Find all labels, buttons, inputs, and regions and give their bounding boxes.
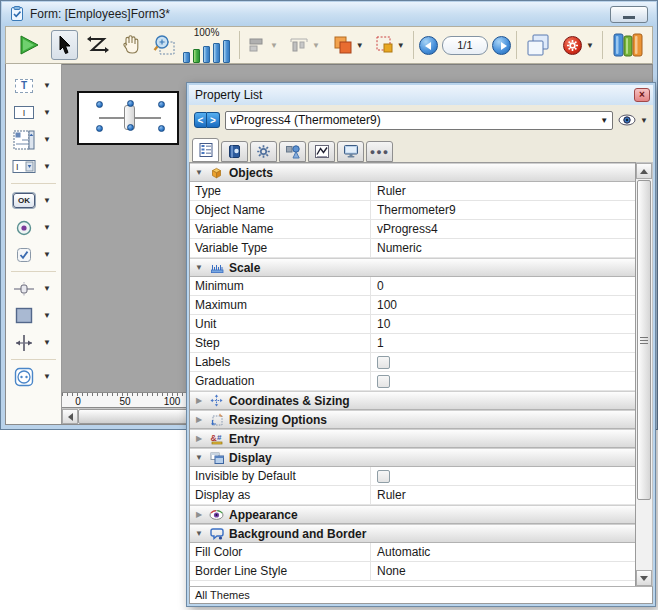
row-border-line-style[interactable]: Border Line Style None [190, 562, 635, 581]
sidebar-tool-text[interactable]: T ▼ [6, 72, 61, 99]
dropdown-caret-icon[interactable]: ▼ [43, 81, 51, 90]
next-page-button[interactable] [492, 36, 511, 55]
invisible-by-default-checkbox[interactable] [377, 470, 390, 483]
explorer-books-button[interactable] [608, 30, 648, 60]
labels-checkbox[interactable] [377, 356, 390, 369]
badge-gear-button[interactable]: ▼ [560, 30, 597, 60]
selection-handle[interactable] [158, 101, 165, 108]
cascade-windows-button[interactable] [522, 30, 554, 60]
object-selector-dropdown[interactable]: vProgress4 (Thermometer9) ▼ [225, 111, 613, 130]
dropdown-caret-icon[interactable]: ▼ [43, 284, 51, 293]
selection-handle[interactable] [127, 100, 134, 107]
object-navigator-buttons[interactable]: <> [194, 112, 220, 128]
dropdown-caret-icon[interactable]: ▼ [43, 108, 51, 117]
run-form-button[interactable] [14, 30, 44, 60]
row-unit[interactable]: Unit 10 [190, 315, 635, 334]
row-maximum[interactable]: Maximum 100 [190, 296, 635, 315]
dropdown-caret-icon[interactable]: ▼ [43, 250, 51, 259]
row-variable-name[interactable]: Variable Name vProgress4 [190, 220, 635, 239]
scroll-left-button[interactable] [62, 409, 78, 424]
dropdown-caret-icon[interactable]: ▼ [43, 162, 51, 171]
row-variable-type[interactable]: Variable Type Numeric [190, 239, 635, 258]
tab-more[interactable]: ●●● [366, 141, 393, 162]
vscroll-thumb[interactable] [637, 180, 651, 500]
zoom-bar-400[interactable] [213, 43, 220, 63]
selection-handle[interactable] [127, 124, 134, 131]
next-object-icon[interactable]: > [207, 112, 220, 128]
hand-tool-button[interactable] [117, 30, 145, 60]
scroll-down-button[interactable] [636, 570, 652, 586]
section-entry[interactable]: ▶ &# Entry [190, 429, 635, 448]
scroll-up-button[interactable] [636, 163, 652, 179]
property-list-titlebar[interactable]: Property List × [189, 85, 653, 105]
section-resizing-options[interactable]: ▶ Resizing Options [190, 410, 635, 429]
row-object-name[interactable]: Object Name Thermometer9 [190, 201, 635, 220]
tab-shapes[interactable] [279, 141, 306, 162]
row-invisible-by-default[interactable]: Invisible by Default [190, 467, 635, 486]
tab-book[interactable] [221, 141, 248, 162]
zoom-bar-100-selected[interactable] [193, 49, 200, 63]
row-labels[interactable]: Labels [190, 353, 635, 372]
sidebar-tool-plugin[interactable]: ▼ [6, 363, 61, 390]
sidebar-tool-combobox[interactable]: I ▼ [6, 153, 61, 180]
sidebar-tool-radio[interactable]: ▼ [6, 214, 61, 241]
section-background-border[interactable]: ▼ Background and Border [190, 524, 635, 543]
tab-chart[interactable] [308, 141, 335, 162]
dropdown-caret-icon[interactable]: ▼ [43, 338, 51, 347]
page-indicator[interactable]: 1/1 [442, 36, 488, 55]
sidebar-tool-checkbox[interactable]: ▼ [6, 241, 61, 268]
sidebar-tool-splitter[interactable]: ▼ [6, 329, 61, 356]
section-objects[interactable]: ▼ Objects [190, 163, 635, 182]
levels-tool-button[interactable]: ▼ [329, 30, 367, 60]
dropdown-caret-icon[interactable]: ▼ [43, 196, 51, 205]
row-type[interactable]: Type Ruler [190, 182, 635, 201]
entry-order-tool-button[interactable] [84, 30, 112, 60]
disclosure-triangle-icon[interactable]: ▼ [194, 263, 204, 272]
selection-handle[interactable] [96, 125, 103, 132]
group-tool-button[interactable]: ▼ [372, 30, 408, 60]
tab-properties-list[interactable] [192, 138, 219, 162]
row-fill-color[interactable]: Fill Color Automatic [190, 543, 635, 562]
row-display-as[interactable]: Display as Ruler [190, 486, 635, 505]
section-coordinates-sizing[interactable]: ▶ Coordinates & Sizing [190, 391, 635, 410]
selection-handle[interactable] [96, 101, 103, 108]
zoom-bar-50[interactable] [183, 52, 190, 63]
previous-page-button[interactable] [419, 36, 438, 55]
section-appearance[interactable]: ▶ Appearance [190, 505, 635, 524]
zoom-tool-button[interactable] [149, 30, 179, 60]
previous-object-icon[interactable]: < [194, 112, 207, 128]
disclosure-triangle-icon[interactable]: ▶ [194, 396, 204, 405]
disclosure-triangle-icon[interactable]: ▼ [194, 453, 204, 462]
row-graduation[interactable]: Graduation [190, 372, 635, 391]
zoom-bar-200[interactable] [203, 46, 210, 63]
vertical-scrollbar[interactable] [636, 162, 653, 587]
dropdown-caret-icon[interactable]: ▼ [43, 135, 51, 144]
section-display[interactable]: ▼ Display [190, 448, 635, 467]
minimize-button[interactable] [610, 6, 648, 23]
titlebar[interactable]: Form: [Employees]Form3* [2, 2, 656, 26]
disclosure-triangle-icon[interactable]: ▼ [194, 529, 204, 538]
row-minimum[interactable]: Minimum 0 [190, 277, 635, 296]
selection-handle[interactable] [158, 125, 165, 132]
tab-gear[interactable] [250, 141, 277, 162]
view-options-button[interactable]: ▼ [618, 114, 648, 126]
disclosure-triangle-icon[interactable]: ▶ [194, 510, 204, 519]
disclosure-triangle-icon[interactable]: ▶ [194, 434, 204, 443]
sidebar-tool-input[interactable]: I ▼ [6, 99, 61, 126]
section-scale[interactable]: ▼ Scale [190, 258, 635, 277]
select-tool-button[interactable] [51, 30, 78, 60]
sidebar-tool-listbox[interactable]: ▼ [6, 126, 61, 153]
disclosure-triangle-icon[interactable]: ▶ [194, 415, 204, 424]
dropdown-caret-icon[interactable]: ▼ [43, 372, 51, 381]
dropdown-caret-icon[interactable]: ▼ [43, 223, 51, 232]
sidebar-tool-button[interactable]: OK ▼ [6, 187, 61, 214]
zoom-bar-800[interactable] [223, 40, 230, 63]
graduation-checkbox[interactable] [377, 375, 390, 388]
dropdown-caret-icon[interactable]: ▼ [43, 311, 51, 320]
close-button[interactable]: × [634, 88, 650, 102]
form-area[interactable] [77, 91, 179, 145]
sidebar-tool-slider[interactable]: ▼ [6, 275, 61, 302]
tab-monitor[interactable] [337, 141, 364, 162]
sidebar-tool-rectangle[interactable]: ▼ [6, 302, 61, 329]
disclosure-triangle-icon[interactable]: ▼ [194, 168, 204, 177]
